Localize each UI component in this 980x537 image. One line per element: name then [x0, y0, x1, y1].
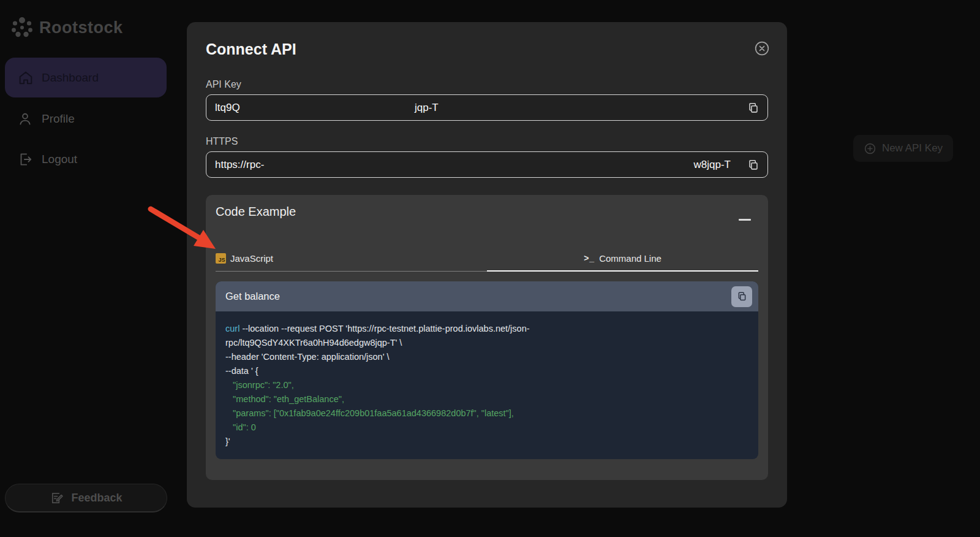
sidebar-item-label: Profile — [42, 112, 75, 126]
new-api-key-button[interactable]: New API Key — [853, 135, 953, 162]
sidebar-item-logout[interactable]: Logout — [5, 146, 167, 173]
user-icon — [17, 111, 33, 127]
code-line: curl --location --request POST 'https://… — [225, 322, 747, 336]
sidebar: Rootstock Dashboard Profile Logout — [0, 0, 172, 537]
plus-circle-icon — [864, 142, 876, 155]
sidebar-item-profile[interactable]: Profile — [5, 105, 167, 132]
code-line-json: "method": "eth_getBalance", — [225, 392, 747, 406]
code-line-json: "jsonrpc": "2.0", — [225, 378, 747, 392]
rootstock-logo-icon — [10, 16, 34, 39]
home-icon — [17, 69, 34, 86]
sidebar-item-label: Dashboard — [42, 71, 99, 85]
sidebar-item-dashboard[interactable]: Dashboard — [5, 58, 167, 97]
copy-icon[interactable] — [747, 101, 760, 115]
code-line-json: "id": 0 — [225, 421, 747, 435]
code-text: --location --request POST 'https://rpc-t… — [239, 324, 529, 333]
close-icon[interactable] — [754, 40, 770, 56]
feedback-edit-icon — [50, 491, 64, 505]
tab-label: Command Line — [599, 253, 662, 264]
api-key-label: API Key — [206, 79, 768, 90]
sidebar-item-label: Logout — [42, 153, 77, 166]
terminal-prompt-icon: >_ — [584, 253, 595, 263]
code-line: rpc/ltq9QSdY4XKTr6a0hH94d6edgw8jqp-T' \ — [225, 336, 747, 350]
https-value-start: https://rpc- — [215, 159, 264, 171]
code-snippet-block: Get balance curl --location --request PO… — [216, 281, 758, 459]
code-line: --header 'Content-Type: application/json… — [225, 350, 747, 364]
api-key-value-start: ltq9Q — [215, 102, 240, 114]
code-snippet-header: Get balance — [216, 281, 758, 311]
code-keyword: curl — [225, 324, 239, 333]
collapse-minus-icon[interactable] — [739, 219, 752, 225]
code-tabs: JS JavaScript >_ Command Line — [216, 246, 758, 272]
brand-name: Rootstock — [39, 18, 123, 37]
api-key-value-end: jqp-T — [415, 102, 439, 114]
copy-icon[interactable] — [747, 158, 760, 172]
new-api-key-label: New API Key — [882, 142, 943, 154]
https-value-end: w8jqp-T — [694, 159, 731, 171]
code-snippet-body[interactable]: curl --location --request POST 'https://… — [216, 311, 758, 449]
connect-api-modal: Connect API API Key ltq9Q jqp-T HTTPS ht… — [187, 22, 787, 508]
code-line: }' — [225, 435, 747, 449]
code-example-title: Code Example — [216, 205, 758, 219]
modal-title: Connect API — [206, 40, 768, 58]
javascript-icon: JS — [216, 253, 226, 264]
https-label: HTTPS — [206, 136, 768, 147]
code-example-card: Code Example JS JavaScript >_ Command Li… — [206, 195, 768, 480]
tab-command-line[interactable]: >_ Command Line — [487, 246, 758, 272]
feedback-button[interactable]: Feedback — [5, 484, 167, 512]
api-key-input[interactable]: ltq9Q jqp-T — [206, 94, 768, 121]
feedback-label: Feedback — [71, 492, 122, 505]
code-line-json: "params": ["0x1fab9a0e24ffc209b01faa5a61… — [225, 406, 747, 421]
brand: Rootstock — [0, 0, 172, 39]
copy-code-button[interactable] — [731, 286, 752, 307]
tab-javascript[interactable]: JS JavaScript — [216, 246, 487, 272]
logout-icon — [17, 151, 33, 167]
https-input[interactable]: https://rpc- w8jqp-T — [206, 151, 768, 178]
code-line: --data ' { — [225, 364, 747, 378]
code-snippet-title: Get balance — [225, 291, 280, 302]
tab-label: JavaScript — [230, 253, 273, 264]
